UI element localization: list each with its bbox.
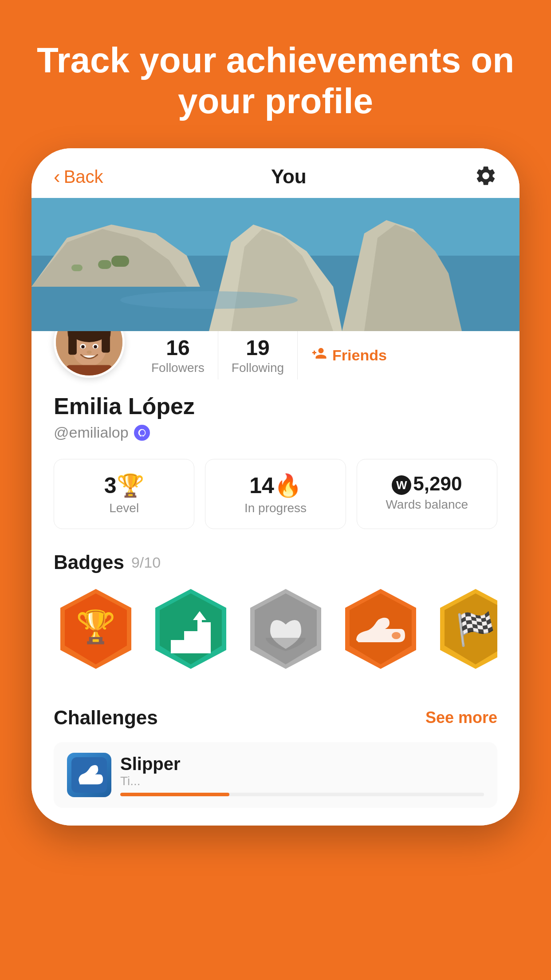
svg-rect-31 xyxy=(197,622,211,653)
nav-title: You xyxy=(271,166,307,188)
badges-row: 🏆 xyxy=(54,587,497,671)
svg-point-37 xyxy=(392,632,401,639)
following-label: Following xyxy=(232,361,284,375)
svg-rect-16 xyxy=(68,329,77,354)
badge-item-heart xyxy=(244,587,328,671)
see-more-button[interactable]: See more xyxy=(425,708,497,727)
badge-item-steps xyxy=(149,587,233,671)
badge-item-shoe xyxy=(338,587,423,671)
svg-rect-29 xyxy=(171,640,184,653)
badges-section-header: Badges 9/10 xyxy=(54,551,497,573)
friends-label: Friends xyxy=(332,347,387,364)
svg-text:🏁: 🏁 xyxy=(456,610,496,648)
svg-text:🏆: 🏆 xyxy=(76,608,116,646)
followers-count: 16 xyxy=(151,336,205,360)
followers-label: Followers xyxy=(151,361,205,375)
cover-image xyxy=(31,198,520,331)
badge-item-trophy: 🏆 xyxy=(54,587,138,671)
stats-row: 16 Followers 19 Following Friends xyxy=(138,331,497,379)
hero-title: Track your achievements on your profile xyxy=(0,0,551,148)
username-row: @emilialop xyxy=(54,424,497,441)
svg-rect-17 xyxy=(102,329,110,352)
svg-rect-23 xyxy=(66,365,112,375)
inprogress-label: In progress xyxy=(214,501,336,515)
wards-value: W5,290 xyxy=(366,473,488,495)
level-value: 3🏆 xyxy=(63,473,185,498)
inprogress-card: 14🔥 In progress xyxy=(205,459,346,529)
badges-count: 9/10 xyxy=(131,554,161,571)
nav-bar: ‹ Back You xyxy=(31,148,520,198)
badges-title: Badges xyxy=(54,551,124,573)
level-card: 3🏆 Level xyxy=(54,459,194,529)
phone-screen: ‹ Back You xyxy=(31,148,520,826)
friends-button[interactable]: Friends xyxy=(298,345,400,365)
challenge-progress-bar-container xyxy=(120,793,484,796)
wards-card: W5,290 Wards balance xyxy=(357,459,497,529)
svg-point-8 xyxy=(120,291,298,309)
challenges-title: Challenges xyxy=(54,707,158,729)
followers-stat[interactable]: 16 Followers xyxy=(138,331,218,379)
svg-rect-11 xyxy=(71,265,83,271)
phone-container: ‹ Back You xyxy=(0,148,551,826)
svg-rect-10 xyxy=(111,256,129,267)
svg-rect-30 xyxy=(184,631,197,653)
challenges-section: Challenges See more Slipper Ti... xyxy=(31,707,520,826)
challenge-item: Slipper Ti... xyxy=(54,742,497,808)
challenge-name: Slipper xyxy=(120,754,484,774)
challenge-subtitle: Ti... xyxy=(120,774,484,788)
user-name: Emilia López xyxy=(54,393,497,419)
stats-cards: 3🏆 Level 14🔥 In progress W5,290 Wards ba… xyxy=(54,459,497,529)
challenge-info: Slipper Ti... xyxy=(120,754,484,796)
svg-point-20 xyxy=(81,345,85,348)
back-label: Back xyxy=(64,167,103,187)
username: @emilialop xyxy=(54,424,129,441)
chevron-left-icon: ‹ xyxy=(54,167,60,186)
svg-point-22 xyxy=(87,350,91,354)
following-count: 19 xyxy=(232,336,284,360)
challenge-icon xyxy=(67,753,111,797)
badge-item-flag: 🏁 xyxy=(433,587,497,671)
challenge-progress-fill xyxy=(120,793,229,796)
verified-badge xyxy=(134,425,150,441)
friends-icon xyxy=(311,345,327,365)
profile-section: 16 Followers 19 Following Friends xyxy=(31,304,520,707)
following-stat[interactable]: 19 Following xyxy=(218,331,298,379)
back-button[interactable]: ‹ Back xyxy=(54,167,103,187)
settings-button[interactable] xyxy=(474,164,497,189)
inprogress-value: 14🔥 xyxy=(214,473,336,498)
challenges-header: Challenges See more xyxy=(54,707,497,729)
wards-label: Wards balance xyxy=(366,498,488,512)
svg-rect-9 xyxy=(98,260,111,269)
level-label: Level xyxy=(63,501,185,515)
svg-point-21 xyxy=(94,345,97,348)
